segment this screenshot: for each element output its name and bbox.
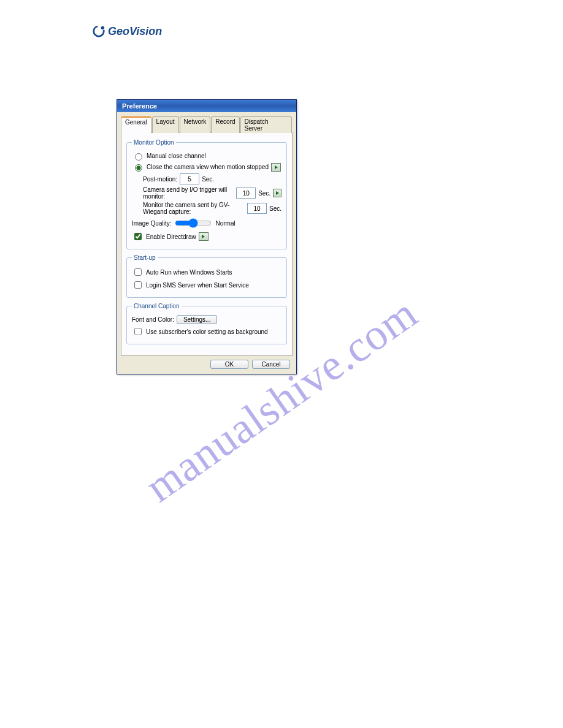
value-image-quality: Normal — [215, 220, 235, 227]
checkbox-use-bg[interactable] — [134, 328, 142, 335]
label-post-motion: Post-motion: — [143, 176, 177, 183]
label-manual-close: Manual close channel — [147, 153, 206, 159]
input-post-motion[interactable] — [180, 173, 199, 184]
dialog-title: Preference — [122, 102, 157, 110]
tab-network[interactable]: Network — [180, 116, 211, 133]
radio-manual-close[interactable] — [135, 153, 142, 161]
label-image-quality: Image Quality: — [132, 220, 171, 227]
label-directdraw: Enable Directdraw — [146, 233, 196, 240]
settings-button[interactable]: Settings... — [177, 315, 217, 324]
group-monitor-option: Monitor Option Manual close channel Clos… — [126, 139, 287, 249]
label-use-bg: Use subscriber's color setting as backgr… — [146, 328, 268, 335]
slider-image-quality[interactable] — [175, 218, 212, 228]
legend-startup: Start-up — [132, 254, 158, 261]
tab-layout[interactable]: Layout — [152, 116, 179, 133]
logo: GeoVision — [92, 25, 526, 38]
legend-monitor: Monitor Option — [132, 139, 176, 146]
ok-button[interactable]: OK — [210, 360, 248, 369]
checkbox-auto-run[interactable] — [134, 268, 142, 276]
label-font-color: Font and Color: — [132, 316, 174, 323]
checkbox-directdraw[interactable] — [134, 233, 142, 240]
tab-dispatch-server[interactable]: Dispatch Server — [240, 116, 292, 133]
svg-point-1 — [101, 26, 105, 30]
checkbox-login-sms[interactable] — [134, 281, 142, 289]
group-channel-caption: Channel Caption Font and Color: Settings… — [126, 303, 287, 344]
input-io-trigger[interactable] — [236, 188, 256, 199]
tab-record[interactable]: Record — [211, 116, 239, 133]
tab-pane-general: Monitor Option Manual close channel Clos… — [121, 133, 293, 356]
unit-post-motion: Sec. — [202, 176, 214, 183]
label-login-sms: Login SMS Server when Start Service — [146, 282, 249, 289]
legend-caption: Channel Caption — [132, 303, 182, 309]
unit-wiegand: Sec. — [269, 205, 282, 212]
preference-dialog: Preference General Layout Network Record… — [117, 99, 297, 374]
logo-icon — [92, 25, 105, 38]
label-io-trigger: Camera send by I/O trigger will monitor: — [143, 186, 234, 200]
radio-close-when-stopped[interactable] — [135, 164, 142, 172]
play-icon-2[interactable] — [273, 189, 282, 197]
play-icon-3[interactable] — [199, 232, 209, 241]
label-close-when-stopped: Close the camera view when motion stoppe… — [147, 164, 269, 170]
dialog-buttons: OK Cancel — [121, 356, 293, 369]
label-auto-run: Auto Run when Windows Starts — [146, 269, 232, 276]
unit-io-trigger: Sec. — [258, 190, 270, 197]
input-wiegand[interactable] — [247, 203, 267, 214]
tab-general[interactable]: General — [121, 116, 151, 133]
logo-text: GeoVision — [108, 25, 162, 38]
label-wiegand: Monitor the camera sent by GV-Wiegand ca… — [143, 202, 245, 215]
group-startup: Start-up Auto Run when Windows Starts Lo… — [126, 254, 287, 298]
tab-strip: General Layout Network Record Dispatch S… — [121, 116, 293, 133]
cancel-button[interactable]: Cancel — [252, 360, 290, 369]
dialog-titlebar[interactable]: Preference — [117, 100, 296, 112]
play-icon[interactable] — [271, 163, 281, 172]
